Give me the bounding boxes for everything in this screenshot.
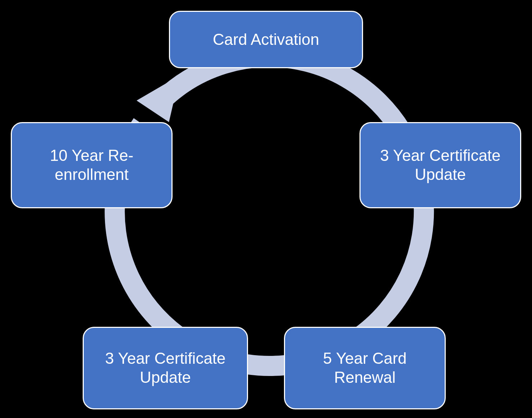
node-card-activation: Card Activation [169,11,363,68]
node-card-renewal-5yr: 5 Year Card Renewal [284,327,446,409]
node-cert-update-3yr-b: 3 Year Certificate Update [83,327,248,409]
node-label: 3 Year Certificate Update [368,146,513,184]
node-label: Card Activation [213,30,319,49]
cycle-diagram: Card Activation 3 Year Certificate Updat… [0,0,532,418]
node-label: 5 Year Card Renewal [292,349,437,387]
node-label: 10 Year Re-enrollment [19,146,164,184]
node-label: 3 Year Certificate Update [91,349,240,387]
cycle-arrowhead-icon [137,75,180,122]
node-re-enrollment-10yr: 10 Year Re-enrollment [11,122,173,208]
node-cert-update-3yr-a: 3 Year Certificate Update [359,122,521,208]
